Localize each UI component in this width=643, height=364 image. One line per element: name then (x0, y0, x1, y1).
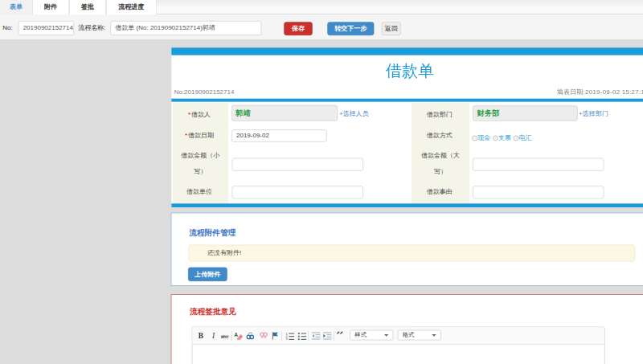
svg-text:A: A (234, 332, 238, 337)
svg-text:I: I (211, 332, 215, 340)
svg-text:3: 3 (285, 337, 288, 340)
svg-text:abc: abc (221, 334, 229, 339)
svg-text:”: ” (337, 332, 344, 341)
svg-text:B: B (199, 332, 203, 340)
